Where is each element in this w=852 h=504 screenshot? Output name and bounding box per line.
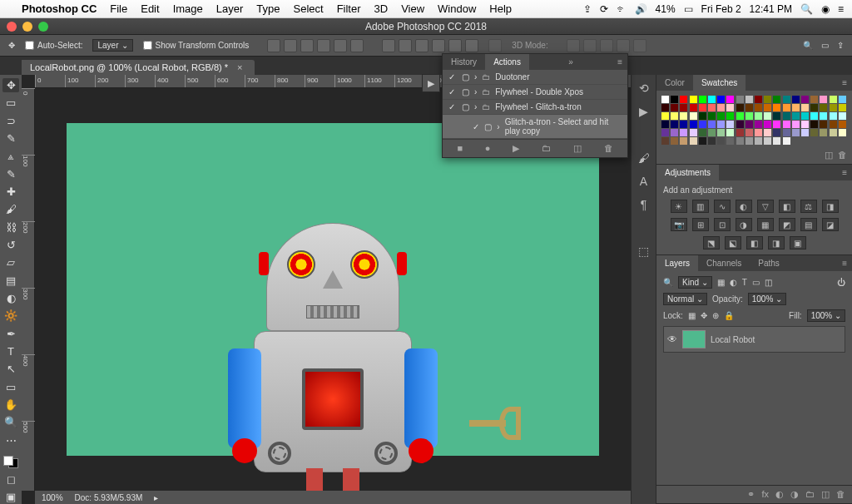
align-bottom-icon[interactable] bbox=[350, 39, 364, 52]
swatch[interactable] bbox=[661, 129, 669, 136]
align-hcenter-icon[interactable] bbox=[284, 39, 297, 52]
swatch[interactable] bbox=[708, 129, 716, 136]
swatch[interactable] bbox=[801, 104, 809, 111]
new-group-icon[interactable]: 🗀 bbox=[805, 489, 815, 500]
gradient-map-icon[interactable]: ▤ bbox=[800, 218, 817, 231]
swatch[interactable] bbox=[830, 96, 837, 103]
swatch[interactable] bbox=[783, 104, 790, 111]
swatch[interactable] bbox=[810, 121, 818, 128]
filter-shape-icon[interactable]: ▭ bbox=[752, 278, 760, 287]
swatch[interactable] bbox=[699, 96, 706, 103]
swatch[interactable] bbox=[820, 112, 827, 120]
hand-tool[interactable]: ✋ bbox=[2, 398, 19, 412]
swatch[interactable] bbox=[717, 96, 725, 103]
swatch[interactable] bbox=[801, 129, 809, 136]
stop-icon[interactable]: ■ bbox=[457, 143, 463, 154]
swatch[interactable] bbox=[764, 112, 771, 120]
quick-mask-toggle[interactable]: ◻ bbox=[2, 472, 19, 486]
zoom-button[interactable] bbox=[38, 22, 48, 32]
swatch[interactable] bbox=[801, 121, 809, 128]
action-row[interactable]: ✓▢›🗀Flywheel - Double Xpos bbox=[443, 85, 627, 100]
menu-image[interactable]: Image bbox=[173, 2, 203, 15]
action-row[interactable]: ✓▢›🗀Flywheel - Glitch-a-tron bbox=[443, 100, 627, 115]
layer-filter-kind[interactable]: Kind ⌄ bbox=[678, 276, 712, 289]
swatch[interactable] bbox=[801, 96, 809, 103]
menu-window[interactable]: Window bbox=[438, 2, 476, 15]
panel-menu-icon[interactable]: ≡ bbox=[837, 255, 852, 271]
swatch[interactable] bbox=[764, 121, 771, 128]
swatch[interactable] bbox=[773, 104, 780, 111]
swatch[interactable] bbox=[755, 96, 762, 103]
minimize-button[interactable] bbox=[22, 22, 32, 32]
workspace-icon[interactable]: ▭ bbox=[821, 41, 829, 50]
menu-layer[interactable]: Layer bbox=[216, 2, 244, 15]
filter-smart-icon[interactable]: ◫ bbox=[765, 278, 772, 287]
swatch[interactable] bbox=[726, 112, 734, 120]
swatch[interactable] bbox=[839, 112, 846, 120]
tab-history[interactable]: History bbox=[443, 54, 485, 70]
siri-icon[interactable]: ◉ bbox=[821, 3, 830, 15]
shape-tool[interactable]: ▭ bbox=[2, 380, 19, 394]
battery-icon[interactable]: ▭ bbox=[684, 3, 693, 15]
foreground-background-colors[interactable] bbox=[3, 456, 18, 469]
play-icon[interactable]: ▶ bbox=[513, 143, 519, 154]
swatch[interactable] bbox=[726, 137, 734, 145]
layer-style-icon[interactable]: fx bbox=[761, 489, 769, 500]
swatch[interactable] bbox=[736, 104, 744, 111]
swatch[interactable] bbox=[717, 104, 725, 111]
history-brush-tool[interactable]: ↺ bbox=[2, 238, 19, 252]
blend-mode-select[interactable]: Normal ⌄ bbox=[663, 293, 707, 305]
layer-name[interactable]: Local Robot bbox=[711, 335, 755, 344]
tab-channels[interactable]: Channels bbox=[698, 255, 750, 271]
color-lookup-icon[interactable]: ⊡ bbox=[714, 218, 731, 231]
swatch[interactable] bbox=[671, 129, 678, 136]
tab-adjustments[interactable]: Adjustments bbox=[656, 165, 719, 180]
swatch[interactable] bbox=[792, 129, 800, 136]
action-row[interactable]: ✓▢›Glitch-a-tron - Select and hit play c… bbox=[443, 115, 627, 139]
share-icon[interactable]: ⇪ bbox=[837, 41, 844, 50]
swatch[interactable] bbox=[680, 121, 687, 128]
dist-bottom-icon[interactable] bbox=[415, 39, 428, 52]
dist-top-icon[interactable] bbox=[382, 39, 395, 52]
photo-filter-icon[interactable]: 📷 bbox=[671, 218, 687, 231]
swatch[interactable] bbox=[783, 137, 790, 145]
swatch[interactable] bbox=[792, 104, 800, 111]
lasso-tool[interactable]: ⊃ bbox=[2, 114, 19, 128]
dist-vcenter-icon[interactable] bbox=[399, 39, 412, 52]
show-transform-checkbox[interactable]: Show Transform Controls bbox=[143, 41, 250, 50]
swatch[interactable] bbox=[773, 129, 780, 136]
libraries-panel-icon[interactable]: ⬚ bbox=[636, 243, 652, 259]
swatch[interactable] bbox=[810, 104, 818, 111]
align-right-icon[interactable] bbox=[300, 39, 314, 52]
3d-zoom-icon[interactable] bbox=[633, 39, 646, 52]
lock-position-icon[interactable]: ✥ bbox=[701, 311, 707, 320]
exposure-icon[interactable]: ◐ bbox=[736, 200, 752, 213]
swatch[interactable] bbox=[717, 129, 725, 136]
app-menu[interactable]: Photoshop CC bbox=[22, 2, 97, 15]
swatch[interactable] bbox=[810, 112, 818, 120]
3d-slide-icon[interactable] bbox=[617, 39, 630, 52]
auto-align-icon[interactable] bbox=[488, 39, 502, 52]
crop-tool[interactable]: ⟁ bbox=[2, 149, 19, 163]
tab-swatches[interactable]: Swatches bbox=[693, 75, 746, 91]
swatch[interactable] bbox=[726, 129, 734, 136]
3d-orbit-icon[interactable] bbox=[567, 39, 580, 52]
paragraph-panel-icon[interactable]: ¶ bbox=[636, 196, 652, 213]
threshold-icon[interactable]: ◩ bbox=[779, 218, 795, 231]
close-tab-icon[interactable]: × bbox=[237, 62, 242, 72]
swatch[interactable] bbox=[764, 104, 771, 111]
sync-icon[interactable]: ⟳ bbox=[600, 3, 608, 15]
swatch[interactable] bbox=[690, 121, 697, 128]
swatch[interactable] bbox=[661, 112, 669, 120]
doc-size[interactable]: Doc: 5.93M/5.93M bbox=[75, 493, 143, 502]
brushes-panel-icon[interactable]: 🖌 bbox=[636, 150, 652, 166]
swatch[interactable] bbox=[783, 121, 790, 128]
swatch[interactable] bbox=[699, 121, 706, 128]
delete-swatch-icon[interactable]: 🗑 bbox=[838, 150, 847, 161]
dist-hcenter-icon[interactable] bbox=[448, 39, 462, 52]
swatch[interactable] bbox=[746, 129, 753, 136]
swatch[interactable] bbox=[755, 121, 762, 128]
swatch[interactable] bbox=[810, 96, 818, 103]
swatch[interactable] bbox=[726, 96, 734, 103]
curves-icon[interactable]: ∿ bbox=[714, 200, 731, 213]
